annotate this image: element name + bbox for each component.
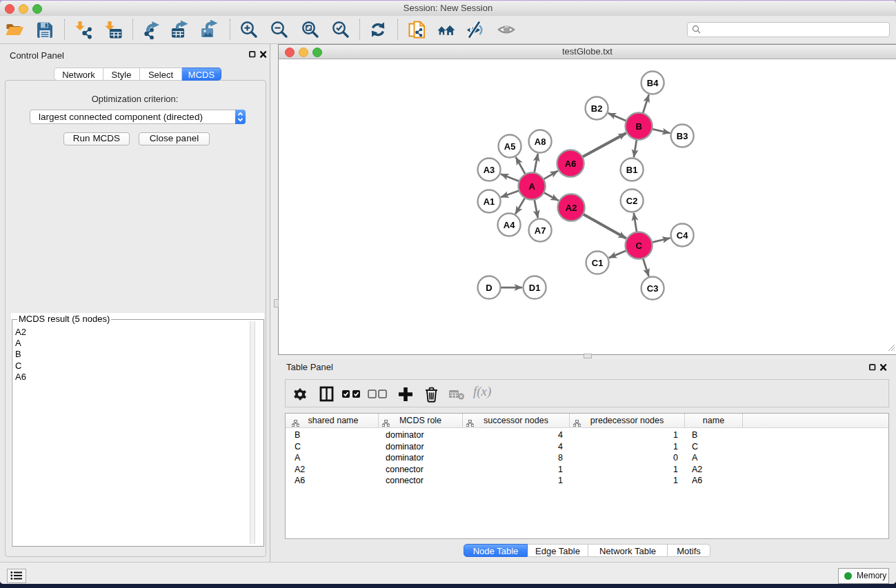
svg-text:B4: B4 xyxy=(647,78,659,88)
svg-text:A8: A8 xyxy=(535,136,546,147)
svg-text:C1: C1 xyxy=(592,258,604,268)
svg-text:A3: A3 xyxy=(484,165,495,175)
svg-text:B: B xyxy=(635,121,641,132)
svg-text:B2: B2 xyxy=(591,103,603,114)
svg-text:D1: D1 xyxy=(529,283,541,293)
svg-text:A7: A7 xyxy=(535,225,546,236)
svg-text:D: D xyxy=(486,283,492,293)
svg-text:A: A xyxy=(528,181,535,192)
svg-text:A5: A5 xyxy=(504,141,516,152)
svg-text:A6: A6 xyxy=(565,159,577,169)
svg-text:A1: A1 xyxy=(484,196,495,207)
svg-text:B3: B3 xyxy=(677,131,688,141)
svg-text:C2: C2 xyxy=(626,196,638,206)
svg-text:C4: C4 xyxy=(677,230,688,241)
svg-text:C3: C3 xyxy=(647,283,659,294)
svg-text:C: C xyxy=(635,241,642,251)
svg-text:A2: A2 xyxy=(566,203,577,213)
svg-text:A4: A4 xyxy=(504,220,515,230)
svg-text:B1: B1 xyxy=(626,165,638,175)
